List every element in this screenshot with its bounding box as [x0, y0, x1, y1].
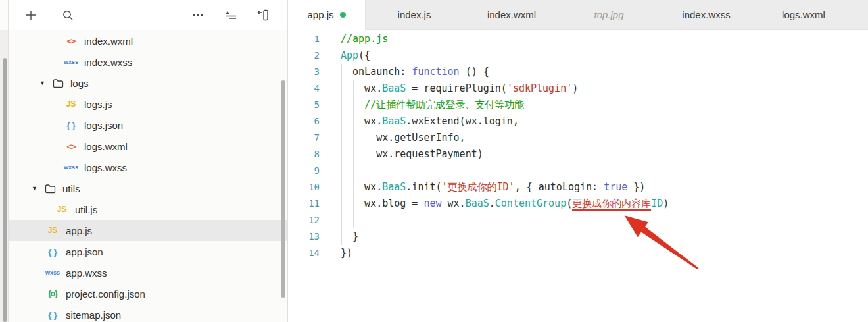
sidebar-item-project-config-json[interactable]: {o}project.config.json [9, 283, 287, 304]
chevron-down-icon[interactable]: ▼ [32, 186, 39, 192]
tab-index-js[interactable]: index.js [366, 0, 463, 29]
code-line-5[interactable]: 5 //让插件帮助完成登录、支付等功能 [288, 97, 868, 113]
code-line-13[interactable]: 13 } [288, 228, 868, 245]
wxss-file-icon: wxss [44, 270, 61, 276]
tab-bar: app.jsindex.jsindex.wxmltop.jpgindex.wxs… [288, 0, 868, 30]
search-icon[interactable] [60, 7, 76, 23]
file-name: sitemap.json [66, 309, 121, 321]
file-name: app.json [66, 246, 103, 257]
json-file-icon: { } [44, 311, 61, 319]
code-text: wx.BaaS.wxExtend(wx.login, [320, 113, 519, 130]
toolbar-right-group [190, 7, 272, 23]
code-line-2[interactable]: 2App({ [288, 47, 868, 64]
line-number[interactable]: 10 [288, 179, 320, 196]
left-strip [0, 0, 9, 322]
left-scrollbar-thumb[interactable] [3, 58, 7, 322]
file-name: index.wxml [84, 36, 133, 47]
tab-index-wxml[interactable]: index.wxml [463, 0, 560, 29]
sidebar-item-logs-wxss[interactable]: wxsslogs.wxss [9, 157, 287, 178]
code-line-1[interactable]: 1//app.js [288, 31, 868, 47]
code-text [320, 212, 341, 228]
line-number[interactable]: 2 [288, 47, 320, 64]
tab-label: logs.wxml [782, 9, 825, 20]
tab-label: index.wxss [682, 9, 730, 20]
code-line-8[interactable]: 8 wx.requestPayment) [288, 146, 868, 163]
folder-icon [45, 184, 58, 194]
code-line-9[interactable]: 9 [288, 163, 868, 179]
line-number[interactable]: 5 [288, 97, 320, 113]
collapse-all-icon[interactable] [223, 7, 239, 23]
sidebar-item-util-js[interactable]: JSutil.js [9, 199, 287, 220]
sidebar-item-app-wxss[interactable]: wxssapp.wxss [9, 262, 287, 283]
json-file-icon: { } [62, 121, 80, 130]
collapse-sidebar-icon[interactable] [256, 7, 272, 23]
line-number[interactable]: 12 [288, 212, 320, 228]
sidebar-item-sitemap-json[interactable]: { }sitemap.json [9, 304, 287, 322]
line-number[interactable]: 7 [288, 130, 320, 146]
line-number[interactable]: 14 [288, 245, 320, 261]
left-strip-top [0, 0, 8, 30]
line-number[interactable]: 6 [288, 113, 320, 130]
wechat-devtools-window: <>index.wxmlwxssindex.wxss▼logsJSlogs.js… [0, 0, 868, 322]
line-number[interactable]: 1 [288, 31, 320, 47]
tab-label: top.jpg [594, 9, 623, 20]
wxss-file-icon: wxss [62, 165, 80, 171]
file-explorer-sidebar: <>index.wxmlwxssindex.wxss▼logsJSlogs.js… [9, 0, 288, 322]
toolbar-left-group [23, 7, 76, 23]
code-text [320, 163, 341, 179]
code-text: } [320, 228, 358, 245]
sidebar-item-logs[interactable]: ▼logs [9, 72, 287, 94]
js-file-icon: JS [44, 227, 61, 234]
js-file-icon: JS [53, 205, 70, 213]
code-text: App({ [320, 47, 370, 64]
code-line-6[interactable]: 6 wx.BaaS.wxExtend(wx.login, [288, 113, 868, 130]
code-line-3[interactable]: 3 onLaunch: function () { [288, 64, 868, 80]
wxml-file-icon: <> [62, 37, 80, 45]
sidebar-item-utils[interactable]: ▼utils [9, 178, 287, 199]
sidebar-item-logs-wxml[interactable]: <>logs.wxml [9, 136, 287, 157]
code-line-4[interactable]: 4 wx.BaaS = requirePlugin('sdkPlugin') [288, 80, 868, 97]
tab-top-jpg[interactable]: top.jpg [560, 0, 658, 29]
folder-icon [53, 78, 66, 88]
add-file-icon[interactable] [23, 7, 39, 23]
code-text: //app.js [320, 31, 388, 47]
code-text: wx.blog = new wx.BaaS.ContentGroup(更换成你的… [320, 196, 669, 212]
code-line-14[interactable]: 14}) [288, 245, 868, 261]
tab-label: index.wxml [487, 9, 536, 20]
sidebar-item-logs-json[interactable]: { }logs.json [9, 115, 287, 136]
code-text: onLaunch: function () { [320, 64, 489, 80]
sidebar-item-logs-js[interactable]: JSlogs.js [9, 94, 287, 115]
code-area[interactable]: 1//app.js2App({3 onLaunch: function () {… [288, 30, 868, 322]
config-file-icon: {o} [44, 290, 61, 298]
code-line-10[interactable]: 10 wx.BaaS.init('更换成你的ID', { autoLogin: … [288, 179, 868, 196]
code-text: wx.BaaS = requirePlugin('sdkPlugin') [320, 80, 578, 97]
sidebar-item-app-json[interactable]: { }app.json [9, 241, 287, 262]
line-number[interactable]: 9 [288, 163, 320, 179]
sidebar-item-index-wxml[interactable]: <>index.wxml [9, 30, 287, 51]
indent-guide [353, 80, 354, 228]
editor-pane: app.jsindex.jsindex.wxmltop.jpgindex.wxs… [288, 0, 868, 322]
sidebar-item-index-wxss[interactable]: wxssindex.wxss [9, 51, 287, 72]
code-text: wx.requestPayment) [320, 146, 483, 163]
file-name: app.wxss [66, 267, 107, 279]
chevron-down-icon[interactable]: ▼ [39, 80, 47, 86]
code-line-11[interactable]: 11 wx.blog = new wx.BaaS.ContentGroup(更换… [288, 196, 868, 212]
line-number[interactable]: 11 [288, 196, 320, 212]
code-line-12[interactable]: 12 [288, 212, 868, 228]
more-menu-icon[interactable] [190, 7, 206, 23]
code-line-7[interactable]: 7 wx.getUserInfo, [288, 130, 868, 146]
wxml-file-icon: <> [62, 142, 80, 151]
file-tree-scrollbar-thumb[interactable] [281, 80, 285, 298]
tab-app-js[interactable]: app.js [288, 0, 366, 30]
tab-logs-wxml[interactable]: logs.wxml [755, 0, 852, 29]
tab-index-wxss[interactable]: index.wxss [658, 0, 755, 29]
explorer-toolbar [9, 0, 287, 30]
sidebar-item-app-js[interactable]: JSapp.js [9, 220, 287, 241]
line-number[interactable]: 13 [288, 228, 320, 245]
indent-guide [341, 64, 342, 245]
line-number[interactable]: 4 [288, 80, 320, 97]
line-number[interactable]: 3 [288, 64, 320, 80]
line-number[interactable]: 8 [288, 146, 320, 163]
unsaved-indicator-dot [340, 12, 346, 18]
code-text: }) [320, 245, 352, 261]
